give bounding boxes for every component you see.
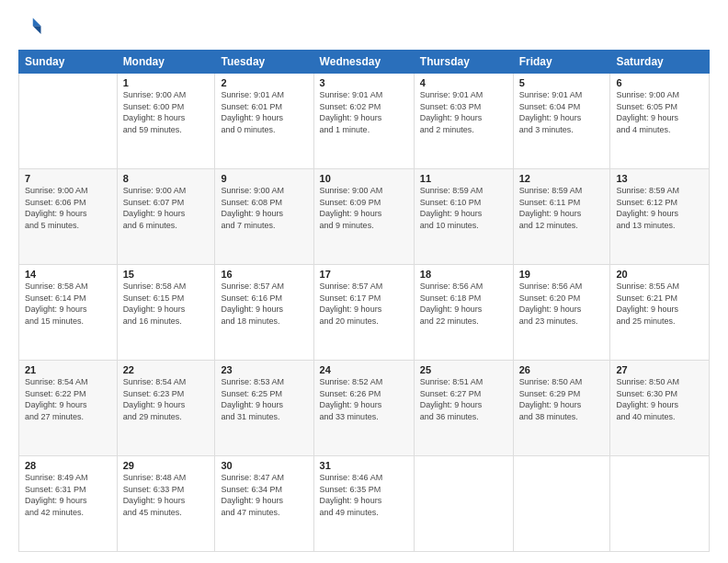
day-number: 31 xyxy=(320,460,408,471)
svg-marker-0 xyxy=(33,18,41,27)
day-number: 10 xyxy=(320,173,408,184)
calendar-cell: 14Sunrise: 8:58 AM Sunset: 6:14 PM Dayli… xyxy=(19,265,118,361)
calendar-cell: 8Sunrise: 9:00 AM Sunset: 6:07 PM Daylig… xyxy=(117,169,215,265)
logo-icon xyxy=(18,15,44,40)
calendar-week-1: 1Sunrise: 9:00 AM Sunset: 6:00 PM Daylig… xyxy=(19,74,710,169)
day-number: 11 xyxy=(420,173,507,184)
weekday-header-wednesday: Wednesday xyxy=(313,51,414,74)
day-info: Sunrise: 8:56 AM Sunset: 6:18 PM Dayligh… xyxy=(420,281,507,327)
day-info: Sunrise: 8:52 AM Sunset: 6:26 PM Dayligh… xyxy=(320,376,408,422)
day-info: Sunrise: 8:50 AM Sunset: 6:29 PM Dayligh… xyxy=(519,376,605,422)
calendar-week-2: 7Sunrise: 9:00 AM Sunset: 6:06 PM Daylig… xyxy=(19,169,710,265)
day-number: 25 xyxy=(420,364,507,375)
day-info: Sunrise: 8:55 AM Sunset: 6:21 PM Dayligh… xyxy=(616,281,703,327)
day-number: 23 xyxy=(221,364,307,375)
calendar-header: SundayMondayTuesdayWednesdayThursdayFrid… xyxy=(19,51,710,74)
day-info: Sunrise: 9:00 AM Sunset: 6:07 PM Dayligh… xyxy=(123,185,210,231)
calendar-cell: 28Sunrise: 8:49 AM Sunset: 6:31 PM Dayli… xyxy=(19,456,118,552)
calendar-cell: 17Sunrise: 8:57 AM Sunset: 6:17 PM Dayli… xyxy=(313,265,414,361)
page: SundayMondayTuesdayWednesdayThursdayFrid… xyxy=(0,0,728,563)
calendar-cell: 6Sunrise: 9:00 AM Sunset: 6:05 PM Daylig… xyxy=(610,74,710,169)
calendar-cell: 21Sunrise: 8:54 AM Sunset: 6:22 PM Dayli… xyxy=(19,361,118,456)
day-number: 7 xyxy=(25,173,111,184)
header-row: SundayMondayTuesdayWednesdayThursdayFrid… xyxy=(19,51,710,74)
day-info: Sunrise: 8:58 AM Sunset: 6:15 PM Dayligh… xyxy=(123,281,210,327)
day-info: Sunrise: 9:00 AM Sunset: 6:09 PM Dayligh… xyxy=(320,185,408,231)
calendar-cell: 2Sunrise: 9:01 AM Sunset: 6:01 PM Daylig… xyxy=(215,74,313,169)
calendar-cell: 15Sunrise: 8:58 AM Sunset: 6:15 PM Dayli… xyxy=(117,265,215,361)
weekday-header-thursday: Thursday xyxy=(414,51,513,74)
svg-marker-1 xyxy=(33,26,41,34)
calendar-week-4: 21Sunrise: 8:54 AM Sunset: 6:22 PM Dayli… xyxy=(19,361,710,456)
header xyxy=(18,15,710,40)
calendar-cell: 3Sunrise: 9:01 AM Sunset: 6:02 PM Daylig… xyxy=(313,74,414,169)
calendar-cell: 23Sunrise: 8:53 AM Sunset: 6:25 PM Dayli… xyxy=(215,361,313,456)
day-number: 15 xyxy=(123,269,210,280)
day-info: Sunrise: 8:53 AM Sunset: 6:25 PM Dayligh… xyxy=(221,376,307,422)
calendar-cell xyxy=(610,456,710,552)
day-info: Sunrise: 9:00 AM Sunset: 6:08 PM Dayligh… xyxy=(221,185,307,231)
day-number: 21 xyxy=(25,364,111,375)
day-info: Sunrise: 9:01 AM Sunset: 6:04 PM Dayligh… xyxy=(519,89,605,135)
day-info: Sunrise: 8:54 AM Sunset: 6:23 PM Dayligh… xyxy=(123,376,210,422)
calendar-cell: 16Sunrise: 8:57 AM Sunset: 6:16 PM Dayli… xyxy=(215,265,313,361)
calendar-cell: 26Sunrise: 8:50 AM Sunset: 6:29 PM Dayli… xyxy=(513,361,610,456)
day-number: 22 xyxy=(123,364,210,375)
day-number: 4 xyxy=(420,77,507,88)
calendar-cell: 1Sunrise: 9:00 AM Sunset: 6:00 PM Daylig… xyxy=(117,74,215,169)
day-info: Sunrise: 8:51 AM Sunset: 6:27 PM Dayligh… xyxy=(420,376,507,422)
day-info: Sunrise: 8:56 AM Sunset: 6:20 PM Dayligh… xyxy=(519,281,605,327)
day-info: Sunrise: 9:01 AM Sunset: 6:01 PM Dayligh… xyxy=(221,89,307,135)
day-number: 18 xyxy=(420,269,507,280)
day-info: Sunrise: 8:58 AM Sunset: 6:14 PM Dayligh… xyxy=(25,281,111,327)
calendar-cell: 18Sunrise: 8:56 AM Sunset: 6:18 PM Dayli… xyxy=(414,265,513,361)
calendar-cell: 29Sunrise: 8:48 AM Sunset: 6:33 PM Dayli… xyxy=(117,456,215,552)
calendar-cell: 20Sunrise: 8:55 AM Sunset: 6:21 PM Dayli… xyxy=(610,265,710,361)
day-number: 20 xyxy=(616,269,703,280)
day-number: 19 xyxy=(519,269,605,280)
day-number: 1 xyxy=(123,77,210,88)
day-number: 8 xyxy=(123,173,210,184)
calendar-cell: 30Sunrise: 8:47 AM Sunset: 6:34 PM Dayli… xyxy=(215,456,313,552)
day-number: 3 xyxy=(320,77,408,88)
calendar-cell: 4Sunrise: 9:01 AM Sunset: 6:03 PM Daylig… xyxy=(414,74,513,169)
day-info: Sunrise: 8:49 AM Sunset: 6:31 PM Dayligh… xyxy=(25,472,111,518)
calendar-cell: 13Sunrise: 8:59 AM Sunset: 6:12 PM Dayli… xyxy=(610,169,710,265)
day-info: Sunrise: 8:46 AM Sunset: 6:35 PM Dayligh… xyxy=(320,472,408,518)
calendar-week-5: 28Sunrise: 8:49 AM Sunset: 6:31 PM Dayli… xyxy=(19,456,710,552)
day-number: 26 xyxy=(519,364,605,375)
day-info: Sunrise: 8:57 AM Sunset: 6:16 PM Dayligh… xyxy=(221,281,307,327)
weekday-header-sunday: Sunday xyxy=(19,51,118,74)
day-info: Sunrise: 8:47 AM Sunset: 6:34 PM Dayligh… xyxy=(221,472,307,518)
day-info: Sunrise: 8:59 AM Sunset: 6:12 PM Dayligh… xyxy=(616,185,703,231)
day-info: Sunrise: 8:59 AM Sunset: 6:10 PM Dayligh… xyxy=(420,185,507,231)
day-number: 30 xyxy=(221,460,307,471)
day-info: Sunrise: 9:00 AM Sunset: 6:06 PM Dayligh… xyxy=(25,185,111,231)
day-info: Sunrise: 8:50 AM Sunset: 6:30 PM Dayligh… xyxy=(616,376,703,422)
calendar-cell: 11Sunrise: 8:59 AM Sunset: 6:10 PM Dayli… xyxy=(414,169,513,265)
calendar-cell: 5Sunrise: 9:01 AM Sunset: 6:04 PM Daylig… xyxy=(513,74,610,169)
calendar-cell: 22Sunrise: 8:54 AM Sunset: 6:23 PM Dayli… xyxy=(117,361,215,456)
weekday-header-friday: Friday xyxy=(513,51,610,74)
calendar-cell: 25Sunrise: 8:51 AM Sunset: 6:27 PM Dayli… xyxy=(414,361,513,456)
day-info: Sunrise: 8:48 AM Sunset: 6:33 PM Dayligh… xyxy=(123,472,210,518)
weekday-header-saturday: Saturday xyxy=(610,51,710,74)
weekday-header-tuesday: Tuesday xyxy=(215,51,313,74)
calendar-week-3: 14Sunrise: 8:58 AM Sunset: 6:14 PM Dayli… xyxy=(19,265,710,361)
logo xyxy=(18,15,48,40)
calendar-cell: 31Sunrise: 8:46 AM Sunset: 6:35 PM Dayli… xyxy=(313,456,414,552)
day-info: Sunrise: 8:59 AM Sunset: 6:11 PM Dayligh… xyxy=(519,185,605,231)
day-info: Sunrise: 8:57 AM Sunset: 6:17 PM Dayligh… xyxy=(320,281,408,327)
calendar-cell xyxy=(19,74,118,169)
calendar-table: SundayMondayTuesdayWednesdayThursdayFrid… xyxy=(18,50,710,552)
calendar-cell: 7Sunrise: 9:00 AM Sunset: 6:06 PM Daylig… xyxy=(19,169,118,265)
weekday-header-monday: Monday xyxy=(117,51,215,74)
day-number: 24 xyxy=(320,364,408,375)
calendar-cell: 9Sunrise: 9:00 AM Sunset: 6:08 PM Daylig… xyxy=(215,169,313,265)
day-number: 9 xyxy=(221,173,307,184)
calendar-cell: 24Sunrise: 8:52 AM Sunset: 6:26 PM Dayli… xyxy=(313,361,414,456)
day-info: Sunrise: 8:54 AM Sunset: 6:22 PM Dayligh… xyxy=(25,376,111,422)
calendar-body: 1Sunrise: 9:00 AM Sunset: 6:00 PM Daylig… xyxy=(19,74,710,552)
day-number: 6 xyxy=(616,77,703,88)
calendar: SundayMondayTuesdayWednesdayThursdayFrid… xyxy=(18,50,710,552)
